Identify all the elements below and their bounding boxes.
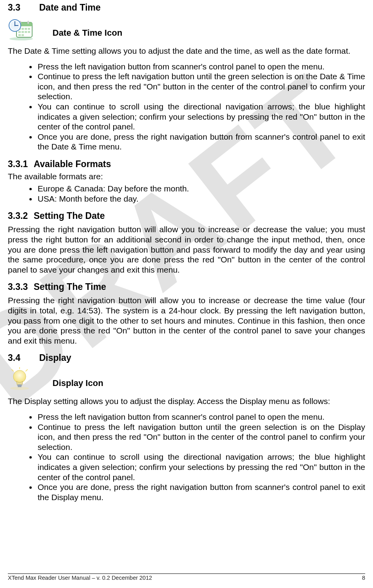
body-text: Pressing the right navigation button wil… (8, 295, 365, 346)
svg-rect-12 (25, 31, 27, 33)
heading-num: 3.3.3 (8, 282, 34, 292)
bullet-list: Europe & Canada: Day before the month. U… (8, 184, 365, 204)
list-item: Continue to press the left navigation bu… (37, 71, 365, 102)
list-item: You can continue to scroll using the dir… (37, 452, 365, 482)
bullet-list: Press the left navigation button from sc… (8, 412, 365, 502)
list-item: Europe & Canada: Day before the month. (37, 184, 365, 194)
heading-num: 3.3.1 (8, 159, 34, 169)
svg-point-20 (14, 25, 16, 26)
svg-point-1 (9, 37, 33, 40)
list-item: USA: Month before the day. (37, 194, 365, 204)
calendar-clock-icon (8, 17, 34, 40)
heading-3-3-3: 3.3.3Setting The Time (8, 282, 365, 292)
list-item: Press the left navigation button from sc… (37, 412, 365, 422)
section-intro: The Date & Time setting allows you to ad… (8, 46, 365, 56)
svg-rect-15 (22, 34, 24, 36)
heading-title: Setting The Date (34, 211, 105, 221)
icon-label: Display Icon (53, 378, 103, 388)
list-item: Once you are done, press the right navig… (37, 132, 365, 152)
svg-rect-9 (28, 28, 30, 30)
bullet-list: Press the left navigation button from sc… (8, 62, 365, 152)
heading-title: Date and Time (39, 2, 101, 13)
section-intro: The Display setting allows you to adjust… (8, 396, 365, 406)
svg-rect-14 (18, 34, 21, 36)
heading-3-3-1: 3.3.1Available Formats (8, 159, 365, 169)
heading-3-4: 3.4Display (8, 353, 365, 363)
svg-rect-10 (18, 31, 21, 33)
footer-page-number: 8 (362, 575, 365, 581)
svg-rect-5 (27, 21, 29, 24)
svg-line-27 (12, 370, 13, 371)
body-text: Pressing the right navigation button wil… (8, 224, 365, 275)
svg-point-22 (13, 370, 26, 383)
list-item: Once you are done, press the right navig… (37, 482, 365, 502)
heading-3-3-2: 3.3.2Setting The Date (8, 211, 365, 221)
heading-num: 3.3 (8, 2, 39, 13)
svg-point-21 (10, 387, 29, 390)
page-footer: XTend Max Reader User Manual – v. 0.2 De… (8, 573, 365, 581)
svg-rect-11 (22, 31, 24, 33)
svg-rect-23 (17, 384, 22, 386)
footer-left: XTend Max Reader User Manual – v. 0.2 De… (8, 575, 152, 581)
heading-num: 3.4 (8, 353, 39, 363)
lead-text: The available formats are: (8, 172, 365, 181)
lightbulb-icon (8, 367, 34, 391)
svg-rect-24 (18, 386, 22, 387)
heading-3-3: 3.3Date and Time (8, 2, 365, 13)
svg-rect-7 (22, 28, 24, 30)
heading-title: Setting The Time (34, 282, 106, 292)
list-item: Continue to press the left navigation bu… (37, 422, 365, 452)
svg-line-26 (26, 370, 27, 371)
heading-title: Display (39, 353, 71, 363)
heading-title: Available Formats (34, 159, 111, 169)
list-item: Press the left navigation button from sc… (37, 62, 365, 72)
list-item: You can continue to scroll using the dir… (37, 102, 365, 132)
svg-rect-13 (28, 31, 30, 33)
heading-num: 3.3.2 (8, 211, 34, 221)
icon-label: Date & Time Icon (53, 28, 122, 38)
svg-rect-8 (25, 28, 27, 30)
